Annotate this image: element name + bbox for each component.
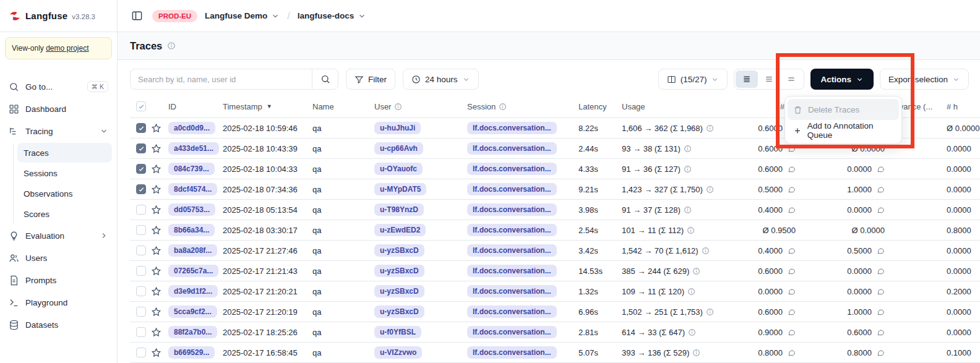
session-badge[interactable]: lf.docs.conversation... — [467, 265, 557, 277]
user-badge[interactable]: u-yzSBxcD — [374, 305, 424, 318]
trace-id-badge[interactable]: 5cca9cf2... — [168, 305, 217, 318]
bookmark-star-icon[interactable] — [151, 184, 161, 195]
sidebar-item-datasets[interactable]: Datasets — [5, 314, 112, 336]
sidebar-item-prompts[interactable]: Prompts — [5, 269, 112, 291]
info-icon — [684, 206, 692, 214]
export-selection-button[interactable]: Export selection — [880, 69, 969, 90]
sidebar-item-observations[interactable]: Observations — [17, 184, 112, 203]
row-height-medium-button[interactable] — [758, 70, 780, 88]
menu-item-add-to-annotation-queue[interactable]: Add to Annotation Queue — [788, 120, 899, 141]
user-badge[interactable]: u-zEwdED2 — [374, 224, 426, 236]
trace-id-badge[interactable]: ba8a208f... — [168, 244, 217, 257]
filter-button[interactable]: Filter — [346, 69, 395, 90]
row-checkbox[interactable] — [136, 348, 146, 357]
session-badge[interactable]: lf.docs.conversation... — [467, 326, 557, 338]
sidebar-item-scores[interactable]: Scores — [17, 204, 112, 224]
session-badge[interactable]: lf.docs.conversation... — [467, 122, 557, 134]
search-input[interactable] — [131, 75, 312, 84]
column-visibility-button[interactable]: (15/27) — [658, 69, 728, 90]
goto-search[interactable]: Go to... ⌘ K — [5, 75, 112, 98]
row-checkbox[interactable] — [136, 184, 146, 194]
bookmark-star-icon[interactable] — [151, 348, 161, 358]
user-badge[interactable]: u-huJhuJi — [374, 122, 421, 134]
sidebar-item-tracing[interactable]: Tracing — [5, 120, 112, 142]
user-badge[interactable]: u-yzSBxcD — [374, 265, 424, 277]
bookmark-star-icon[interactable] — [151, 143, 161, 154]
trace-id-badge[interactable]: dd05753... — [168, 203, 215, 216]
row-checkbox[interactable] — [136, 205, 146, 215]
trace-id-badge[interactable]: 8b66a34... — [168, 224, 215, 236]
trace-id-badge[interactable]: a0cd0d9... — [168, 122, 215, 134]
row-checkbox[interactable] — [136, 164, 146, 174]
bookmark-star-icon[interactable] — [151, 205, 161, 215]
row-checkbox[interactable] — [136, 266, 146, 276]
org-selector[interactable]: Langfuse Demo — [205, 11, 280, 20]
user-badge[interactable]: u-cp66Avh — [374, 142, 423, 155]
row-checkbox[interactable] — [136, 123, 146, 133]
bookmark-star-icon[interactable] — [151, 123, 161, 134]
trace-id-badge[interactable]: a433de51... — [168, 142, 219, 155]
name-cell: qa — [312, 328, 374, 337]
menu-item-delete-traces[interactable]: Delete Traces — [788, 99, 899, 120]
header-timestamp[interactable]: Timestamp▼ — [223, 102, 312, 111]
trace-id-badge[interactable]: 88f2a7b0... — [168, 326, 217, 338]
session-badge[interactable]: lf.docs.conversation... — [467, 142, 557, 155]
bookmark-star-icon[interactable] — [151, 246, 161, 256]
trace-id-badge[interactable]: 8dcf4574... — [168, 183, 217, 195]
actions-button[interactable]: Actions — [810, 69, 874, 90]
chevron-down-icon — [856, 75, 864, 83]
user-badge[interactable]: u-OYauofc — [374, 163, 423, 175]
user-badge[interactable]: u-T98YnzD — [374, 203, 424, 216]
trace-id-badge[interactable]: 07265c7a... — [168, 265, 218, 277]
sidebar-item-traces[interactable]: Traces — [17, 143, 112, 163]
row-height-tall-button[interactable] — [780, 70, 802, 88]
users-icon — [9, 253, 19, 263]
rows-dense-icon — [742, 74, 752, 84]
session-badge[interactable]: lf.docs.conversation... — [467, 203, 557, 216]
user-badge[interactable]: u-VIZzvwo — [374, 346, 422, 359]
user-badge[interactable]: u-MYpDAT5 — [374, 183, 426, 195]
bookmark-star-icon[interactable] — [151, 266, 161, 276]
trace-id-badge[interactable]: d3e9d1f2... — [168, 285, 218, 297]
project-selector[interactable]: langfuse-docs — [298, 11, 367, 20]
sidebar-item-playground[interactable]: Playground — [5, 291, 112, 314]
trace-id-badge[interactable]: 084c739... — [168, 163, 215, 175]
topbar-brand: Langfuse v3.28.3 — [0, 0, 118, 32]
comment-bubble-icon — [788, 288, 796, 296]
sidebar-item-sessions[interactable]: Sessions — [17, 163, 112, 183]
select-all-checkbox[interactable] — [136, 101, 146, 111]
row-checkbox[interactable] — [136, 286, 146, 296]
bookmark-star-icon[interactable] — [151, 225, 161, 236]
row-checkbox[interactable] — [136, 246, 146, 255]
sidebar-item-users[interactable]: Users — [5, 247, 112, 269]
row-checkbox[interactable] — [136, 225, 146, 235]
row-height-compact-button[interactable] — [736, 70, 758, 88]
sort-desc-icon: ▼ — [267, 103, 272, 109]
session-badge[interactable]: lf.docs.conversation... — [467, 346, 557, 359]
user-badge[interactable]: u-yzSBxcD — [374, 244, 424, 257]
row-checkbox[interactable] — [136, 307, 146, 317]
usage-cell: 393 → 136 (Σ 529) — [622, 348, 752, 357]
row-checkbox[interactable] — [136, 143, 146, 153]
bookmark-star-icon[interactable] — [151, 327, 161, 338]
session-badge[interactable]: lf.docs.conversation... — [467, 305, 557, 318]
time-range-button[interactable]: 24 hours — [403, 69, 479, 90]
user-badge[interactable]: u-yzSBxcD — [374, 285, 424, 297]
demo-project-link[interactable]: demo project — [46, 44, 88, 53]
sidebar-toggle-icon[interactable] — [129, 8, 145, 24]
bookmark-star-icon[interactable] — [151, 286, 161, 297]
trace-id-badge[interactable]: b669529... — [168, 346, 215, 359]
user-badge[interactable]: u-f0YfBSL — [374, 326, 421, 338]
sidebar-item-dashboard[interactable]: Dashboard — [5, 98, 112, 120]
bookmark-star-icon[interactable] — [151, 307, 161, 317]
row-checkbox[interactable] — [136, 327, 146, 337]
sidebar-item-evaluation[interactable]: Evaluation — [5, 224, 112, 247]
search-submit-button[interactable] — [312, 69, 338, 89]
session-badge[interactable]: lf.docs.conversation... — [467, 224, 557, 236]
timestamp-cell: 2025-02-18 10:04:33 — [223, 164, 312, 174]
session-badge[interactable]: lf.docs.conversation... — [467, 285, 557, 297]
session-badge[interactable]: lf.docs.conversation... — [467, 163, 557, 175]
session-badge[interactable]: lf.docs.conversation... — [467, 183, 557, 195]
bookmark-star-icon[interactable] — [151, 164, 161, 174]
session-badge[interactable]: lf.docs.conversation... — [467, 244, 557, 257]
